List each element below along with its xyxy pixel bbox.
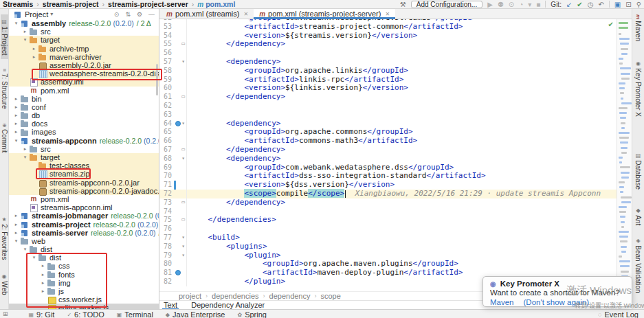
debug-icon[interactable]: ⚉ bbox=[498, 1, 504, 8]
terminal-tool-button[interactable]: ▣Terminal bbox=[117, 310, 153, 318]
code-line[interactable]: 75▭ </dependencies> bbox=[159, 216, 617, 225]
tree-toggle-icon[interactable]: ▸ bbox=[21, 145, 29, 153]
tree-item[interactable]: ▾streamis-appconnrelease-0.2.0(0.2.0)/ 2… bbox=[9, 137, 159, 145]
fold-marker-icon[interactable]: ▭ bbox=[181, 146, 185, 155]
editor-view-tab[interactable]: Dependency Analyzer bbox=[190, 301, 266, 310]
profiler-icon[interactable]: ◔ bbox=[519, 1, 523, 8]
commit-icon[interactable]: ✔ bbox=[577, 1, 582, 8]
tree-toggle-icon[interactable]: ▸ bbox=[12, 128, 20, 136]
tree-item[interactable]: ▸streamis-serverrelease-0.2.0(0.2.0)/ 2 … bbox=[9, 229, 159, 237]
editor-minimap[interactable] bbox=[617, 19, 632, 291]
chevron-down-icon[interactable]: ▾ bbox=[50, 11, 53, 17]
tool-window-maven[interactable]: m Maven bbox=[634, 14, 642, 41]
editor-tab[interactable]: mpom.xml (streamis)✕ bbox=[161, 9, 254, 19]
editor-tab[interactable]: mpom.xml (streamis-project-server)✕ bbox=[254, 9, 395, 19]
project-structure-icon[interactable]: ▣ bbox=[614, 1, 621, 8]
fold-marker-icon[interactable]: ▭ bbox=[181, 93, 185, 102]
tree-item[interactable]: ▾web bbox=[9, 237, 159, 245]
coverage-icon[interactable]: ⊙ bbox=[509, 1, 514, 8]
inspections-ok-icon[interactable]: ✔ bbox=[608, 21, 614, 28]
profiler-dropdown-icon[interactable]: ▾ bbox=[528, 1, 531, 8]
tool-window-ant[interactable]: ◆ Ant bbox=[634, 207, 642, 225]
run-icon[interactable]: ▶ bbox=[487, 1, 493, 8]
search-everywhere-icon[interactable]: ⚲ bbox=[636, 1, 641, 8]
tree-toggle-icon[interactable]: ▾ bbox=[21, 153, 29, 161]
code-line[interactable]: 78▾ <plugins> bbox=[159, 242, 617, 251]
fold-marker-icon[interactable]: ▭ bbox=[181, 198, 185, 207]
todo-tool-button[interactable]: ✓6: TODO bbox=[67, 310, 104, 318]
run-anything-icon[interactable]: ⊡ bbox=[625, 1, 631, 8]
tree-item[interactable]: ▸docs bbox=[9, 120, 159, 128]
tree-item[interactable]: streamis-appconn-0.2.0-javadoc.jar bbox=[9, 187, 159, 195]
fold-marker-icon[interactable]: ▾ bbox=[181, 155, 185, 163]
java-enterprise-tool-button[interactable]: ◆Java Enterprise bbox=[166, 310, 225, 318]
gutter-maven-icon[interactable] bbox=[175, 270, 181, 275]
tree-toggle-icon[interactable]: ▾ bbox=[21, 36, 29, 44]
popup-maven-link[interactable]: Maven bbox=[490, 298, 514, 306]
tree-toggle-icon[interactable]: ▸ bbox=[30, 45, 38, 53]
xml-breadcrumb-item[interactable]: project bbox=[179, 292, 201, 300]
breadcrumb-item[interactable]: streamis-project bbox=[43, 0, 99, 8]
code-line[interactable]: 61▭ </dependency> bbox=[159, 93, 617, 102]
tree-item[interactable]: ▸streamis-projectrelease-0.2.0(0.2.0)/ 2… bbox=[9, 220, 159, 229]
code-line[interactable]: 55▭ </dependency> bbox=[159, 40, 617, 49]
project-panel-title[interactable]: Project bbox=[25, 10, 48, 19]
close-tab-icon[interactable]: ✕ bbox=[385, 11, 390, 17]
tool-window-structure[interactable]: ≡ 7: Structure bbox=[1, 65, 8, 113]
editor-view-tab[interactable]: Text bbox=[162, 301, 179, 310]
event-log-button[interactable]: ◌ Event Log bbox=[598, 310, 639, 318]
breadcrumb-item[interactable]: Streamis bbox=[3, 0, 33, 8]
code-editor[interactable]: 52 <groupId>com.webank.wedatasphere.stre… bbox=[159, 19, 617, 291]
xml-breadcrumb-item[interactable]: scope bbox=[321, 292, 341, 300]
code-line[interactable]: 73▭ </dependency> bbox=[159, 198, 617, 207]
tree-item[interactable]: ▸src bbox=[9, 27, 159, 36]
tree-item[interactable]: ▸db bbox=[9, 111, 159, 120]
fold-marker-icon[interactable]: ▾ bbox=[181, 242, 185, 251]
tree-item[interactable]: ▸conf bbox=[9, 103, 159, 111]
fold-marker-icon[interactable]: ▭ bbox=[181, 40, 185, 49]
stop-icon[interactable]: ■ bbox=[536, 1, 540, 8]
tree-toggle-icon[interactable]: ▸ bbox=[12, 103, 20, 111]
rollback-icon[interactable]: ↶ bbox=[598, 1, 603, 8]
tree-toggle-icon[interactable]: ▾ bbox=[12, 237, 20, 245]
xml-breadcrumb-item[interactable]: dependencies bbox=[212, 292, 259, 300]
panel-settings-icon[interactable]: ⚙ bbox=[137, 11, 142, 18]
fold-marker-icon[interactable]: ▾ bbox=[181, 251, 185, 260]
tree-item[interactable]: ▸src bbox=[9, 145, 159, 153]
close-tab-icon[interactable]: ✕ bbox=[243, 11, 248, 17]
tree-item[interactable]: ▾target bbox=[9, 36, 159, 44]
breadcrumb-file[interactable]: mpom.xml bbox=[197, 0, 235, 8]
tree-toggle-icon[interactable]: ▸ bbox=[12, 220, 20, 229]
tree-toggle-icon[interactable]: ▸ bbox=[21, 27, 29, 36]
fold-marker-icon[interactable]: ▾ bbox=[181, 234, 185, 242]
tool-window-favorites[interactable]: ★ 2: Favorites bbox=[1, 212, 8, 264]
tool-window-switcher-icon[interactable]: ⊞ bbox=[3, 310, 8, 317]
build-icon[interactable]: ⚒ bbox=[400, 1, 406, 8]
tree-toggle-icon[interactable]: ▸ bbox=[12, 120, 20, 128]
tree-item[interactable]: ▸archive-tmp bbox=[9, 45, 159, 53]
tree-toggle-icon[interactable]: ▾ bbox=[12, 137, 20, 145]
update-project-icon[interactable]: ↙ bbox=[566, 1, 572, 8]
hide-panel-icon[interactable]: — bbox=[148, 11, 155, 18]
spring-tool-button[interactable]: ✿Spring bbox=[237, 310, 267, 318]
tool-window-bean-validation[interactable]: ◈ Bean Validation bbox=[634, 238, 642, 293]
tool-window-web[interactable]: ◉ Web bbox=[1, 269, 8, 299]
breadcrumb-item[interactable]: streamis-project-server bbox=[108, 0, 188, 8]
fold-marker-icon[interactable]: ▭ bbox=[181, 216, 185, 225]
tree-toggle-icon[interactable]: ▾ bbox=[12, 19, 20, 27]
code-line[interactable]: 62 bbox=[159, 102, 617, 111]
fold-marker-icon[interactable]: ▾ bbox=[181, 58, 185, 67]
tree-toggle-icon[interactable]: ▸ bbox=[12, 95, 20, 103]
gutter-maven-icon[interactable] bbox=[175, 121, 181, 126]
tree-item[interactable]: streamis-appconn-0.2.0.jar bbox=[9, 179, 159, 187]
locate-file-icon[interactable]: ⊙ bbox=[114, 11, 120, 18]
tree-toggle-icon[interactable]: ▸ bbox=[30, 53, 38, 61]
tree-item[interactable]: ▾target bbox=[9, 153, 159, 161]
tree-item[interactable]: ▾assemblyrelease-0.2.0(0.2.0)/ 2 Δ bbox=[9, 19, 159, 27]
tool-window-commit[interactable]: ⊕ Commit bbox=[1, 119, 8, 157]
tool-window-key-promoter-x[interactable]: ◉ Key Promoter X bbox=[634, 60, 642, 117]
tree-item[interactable]: mpom.xml bbox=[9, 195, 159, 203]
collapse-all-icon[interactable]: ⇅ bbox=[125, 11, 131, 18]
tool-window-project[interactable]: ▤ 1: Project bbox=[1, 14, 8, 59]
fold-marker-icon[interactable]: ▾ bbox=[181, 120, 185, 128]
